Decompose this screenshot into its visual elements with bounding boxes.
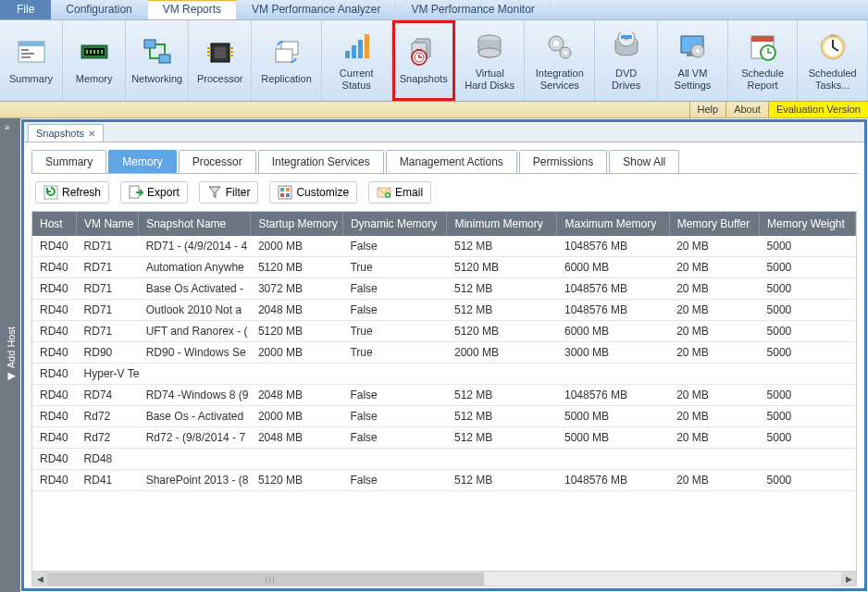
- ribbon-settings[interactable]: All VM Settings: [658, 20, 728, 101]
- ribbon-schedule[interactable]: Schedule Report: [728, 20, 799, 101]
- sub-tabs: SummaryMemoryProcessorIntegration Servic…: [31, 150, 857, 174]
- cell: False: [342, 427, 447, 449]
- ribbon-network[interactable]: Networking: [126, 20, 189, 101]
- table-row[interactable]: RD40RD90RD90 - Windows Se2000 MBTrue2000…: [32, 342, 856, 364]
- help-link[interactable]: Help: [689, 102, 726, 117]
- customize-button[interactable]: Customize: [269, 181, 357, 204]
- tab-vm-perf-monitor[interactable]: VM Performance Monitor: [396, 0, 550, 19]
- cell: RD40: [32, 342, 77, 364]
- cell: 5000: [760, 257, 856, 278]
- tab-configuration[interactable]: Configuration: [51, 0, 147, 19]
- cell: Base Os Activated -: [139, 278, 251, 300]
- close-icon[interactable]: ✕: [88, 129, 95, 139]
- col-minimum-memory[interactable]: Minimum Memory: [447, 212, 557, 236]
- cell: RD71: [77, 321, 139, 342]
- col-snapshot-name[interactable]: Snapshot Name: [139, 212, 251, 236]
- table-row[interactable]: RD40RD71UFT and Ranorex - (5120 MBTrue51…: [32, 321, 856, 342]
- svg-rect-59: [286, 193, 290, 197]
- filter-icon: [207, 185, 222, 200]
- col-vm-name[interactable]: VM Name: [77, 212, 139, 236]
- table-row[interactable]: RD40RD71Automation Anywhe5120 MBTrue5120…: [32, 257, 856, 278]
- cell: 1048576 MB: [557, 300, 669, 321]
- refresh-icon: [43, 185, 58, 200]
- export-button[interactable]: Export: [120, 181, 188, 204]
- col-dynamic-memory[interactable]: Dynamic Memory: [342, 212, 447, 236]
- scroll-track[interactable]: |||: [47, 573, 841, 586]
- scroll-right-icon[interactable]: ▶: [841, 572, 856, 586]
- table-row[interactable]: RD40RD71Base Os Activated -3072 MBFalse5…: [32, 278, 856, 300]
- scroll-thumb[interactable]: |||: [47, 573, 484, 586]
- sub-tab-memory[interactable]: Memory: [108, 150, 176, 173]
- export-icon: [129, 185, 143, 200]
- svg-point-34: [478, 48, 501, 57]
- sub-tab-management-actions[interactable]: Management Actions: [386, 150, 517, 173]
- svg-rect-13: [159, 55, 170, 63]
- settings-icon: [676, 31, 709, 64]
- ribbon-snapshots[interactable]: Snapshots: [392, 20, 455, 101]
- col-maximum-memory[interactable]: Maximum Memory: [557, 212, 669, 236]
- email-button[interactable]: Email: [368, 181, 431, 204]
- ribbon-label: Integration Services: [536, 68, 584, 91]
- table-row[interactable]: RD40Hyper-V Tes: [32, 364, 856, 385]
- cell: RD40: [32, 257, 77, 278]
- table-row[interactable]: RD40RD48: [32, 449, 856, 470]
- file-menu[interactable]: File: [0, 0, 51, 19]
- ribbon-integration[interactable]: Integration Services: [525, 20, 595, 101]
- toolbar: Refresh Export Filter Customize Email: [31, 174, 857, 211]
- ribbon: SummaryMemoryNetworkingProcessorReplicat…: [0, 20, 868, 102]
- table-row[interactable]: RD40Rd72Base Os - Activated2000 MBFalse5…: [32, 406, 856, 427]
- sub-tab-processor[interactable]: Processor: [179, 150, 256, 173]
- customize-icon: [278, 185, 292, 200]
- about-link[interactable]: About: [725, 102, 768, 117]
- table-row[interactable]: RD40Rd72Rd72 - (9/8/2014 - 72048 MBFalse…: [32, 427, 856, 449]
- table-row[interactable]: RD40RD74RD74 -Windows 8 (92048 MBFalse51…: [32, 385, 856, 406]
- evaluation-badge: Evaluation Version: [768, 102, 868, 117]
- svg-rect-20: [229, 51, 233, 53]
- ribbon-memory[interactable]: Memory: [63, 20, 126, 101]
- svg-rect-26: [358, 40, 363, 58]
- grid-scroll[interactable]: HostVM NameSnapshot NameStartup MemoryDy…: [32, 212, 856, 571]
- svg-rect-58: [280, 193, 284, 197]
- col-memory-buffer[interactable]: Memory Buffer: [669, 212, 759, 236]
- scroll-left-icon[interactable]: ◀: [32, 572, 47, 586]
- ribbon-dvd[interactable]: DVD Drives: [595, 20, 658, 101]
- table-row[interactable]: RD40RD71RD71 - (4/9/2014 - 42000 MBFalse…: [32, 236, 856, 257]
- tab-vm-reports[interactable]: VM Reports: [148, 0, 237, 19]
- svg-rect-2: [21, 49, 29, 51]
- table-row[interactable]: RD40RD41SharePoint 2013 - (85120 MBFalse…: [32, 470, 856, 491]
- cell: 20 MB: [669, 236, 759, 257]
- sub-tab-integration-services[interactable]: Integration Services: [258, 150, 384, 173]
- cell: RD40: [32, 236, 77, 257]
- col-memory-weight[interactable]: Memory Weight: [760, 212, 856, 236]
- cell: [139, 449, 251, 470]
- col-host[interactable]: Host: [32, 212, 77, 236]
- filter-button[interactable]: Filter: [199, 181, 259, 204]
- table-row[interactable]: RD40RD71Outlook 2010 Not a2048 MBFalse51…: [32, 300, 856, 321]
- sub-tab-permissions[interactable]: Permissions: [519, 150, 607, 173]
- ribbon-cpu[interactable]: Processor: [189, 20, 252, 101]
- horizontal-scrollbar[interactable]: ◀ ||| ▶: [32, 571, 856, 586]
- sub-tab-show-all[interactable]: Show All: [609, 150, 679, 173]
- doc-tab-snapshots[interactable]: Snapshots ✕: [28, 124, 104, 142]
- refresh-button[interactable]: Refresh: [35, 181, 109, 204]
- cell: RD71: [77, 300, 139, 321]
- tab-vm-perf-analyzer[interactable]: VM Performance Analyzer: [237, 0, 396, 19]
- ribbon-tasks[interactable]: Scheduled Tasks...: [798, 20, 868, 101]
- snapshots-icon: [407, 36, 440, 69]
- cell: 5000 MB: [557, 406, 669, 427]
- sub-tab-summary[interactable]: Summary: [31, 150, 106, 173]
- cell: 2000 MB: [251, 236, 343, 257]
- ribbon-disks[interactable]: Virtual Hard Disks: [455, 20, 526, 101]
- ribbon-label: Processor: [197, 73, 243, 85]
- ribbon-replication[interactable]: Replication: [252, 20, 322, 101]
- svg-rect-18: [207, 55, 211, 56]
- cell: 20 MB: [669, 300, 759, 321]
- col-startup-memory[interactable]: Startup Memory: [251, 212, 343, 236]
- svg-rect-3: [21, 53, 34, 55]
- add-host-sidebar[interactable]: » ◀ Add Host: [0, 118, 20, 592]
- ribbon-status[interactable]: Current Status: [322, 20, 392, 101]
- cell: 1048576 MB: [557, 236, 669, 257]
- cell: 5000: [760, 470, 856, 491]
- cell: 512 MB: [447, 406, 557, 427]
- ribbon-summary[interactable]: Summary: [0, 20, 63, 101]
